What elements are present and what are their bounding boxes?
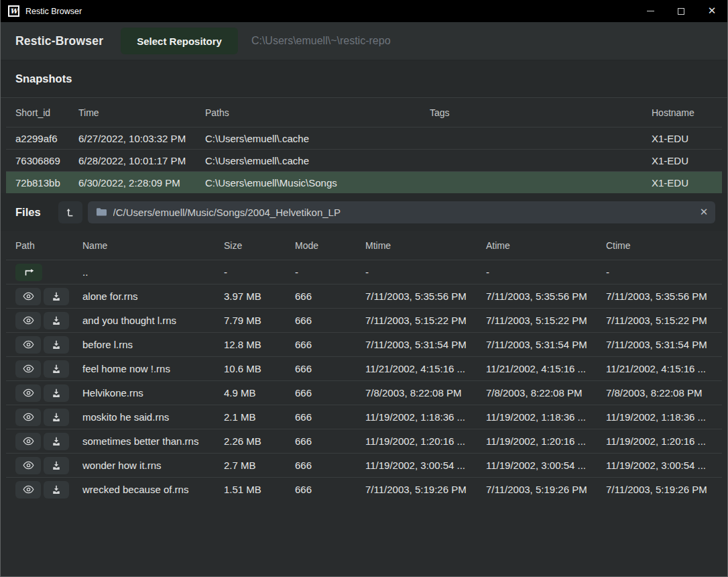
dump-snapshot-button[interactable] bbox=[58, 201, 82, 223]
files-path-value: /C/Users/emuell/Music/Songs/2004_Helveti… bbox=[113, 207, 692, 218]
snapshots-table-header: Short_id Time Paths Tags Hostname bbox=[6, 98, 722, 127]
file-mode: 666 bbox=[295, 291, 365, 302]
snapshot-paths: C:\Users\emuell\.cache bbox=[205, 133, 430, 144]
preview-file-button[interactable] bbox=[15, 409, 41, 426]
preview-file-button[interactable] bbox=[15, 312, 41, 329]
clear-path-button[interactable]: ✕ bbox=[692, 201, 715, 223]
file-ctime: 11/19/2002, 3:00:54 ... bbox=[606, 460, 717, 471]
minimize-button[interactable] bbox=[635, 0, 666, 22]
app-title: Restic-Browser bbox=[15, 34, 103, 48]
col-mode: Mode bbox=[295, 240, 365, 251]
snapshot-paths: C:\Users\emuell\Music\Songs bbox=[205, 177, 430, 189]
snapshots-table: Short_id Time Paths Tags Hostname a2299a… bbox=[6, 98, 722, 193]
preview-file-button[interactable] bbox=[15, 336, 41, 354]
file-name: before l.rns bbox=[82, 339, 224, 350]
file-name: .. bbox=[82, 266, 224, 278]
repository-path: C:\Users\emuell\~\restic-repo bbox=[251, 35, 391, 47]
maximize-icon bbox=[678, 8, 684, 15]
file-mtime: 7/11/2003, 5:31:54 PM bbox=[365, 339, 486, 350]
close-button[interactable]: ✕ bbox=[696, 0, 727, 22]
download-file-button[interactable] bbox=[44, 288, 69, 305]
eye-icon bbox=[23, 485, 34, 494]
go-up-bend-arrow-icon bbox=[23, 268, 36, 276]
snapshot-time: 6/30/2022, 2:28:09 PM bbox=[78, 177, 205, 189]
file-row-actions bbox=[15, 384, 82, 402]
download-file-button[interactable] bbox=[44, 336, 69, 354]
files-table-header: Path Name Size Mode Mtime Atime Ctime bbox=[6, 231, 722, 260]
files-section-header: Files /C/Users/emuell/Music/Songs/2004_H… bbox=[1, 193, 727, 231]
file-atime: 7/11/2003, 5:19:26 PM bbox=[486, 484, 606, 495]
file-size: 2.26 MB bbox=[224, 435, 295, 447]
download-icon bbox=[52, 437, 61, 446]
col-time: Time bbox=[78, 107, 205, 118]
download-file-button[interactable] bbox=[44, 457, 69, 474]
file-row-actions bbox=[15, 336, 82, 354]
files-rows: ..-----alone for.rns3.97 MB6667/11/2003,… bbox=[6, 260, 722, 501]
download-file-button[interactable] bbox=[44, 384, 69, 402]
snapshot-row[interactable]: 763068696/28/2022, 10:01:17 PMC:\Users\e… bbox=[6, 149, 722, 171]
download-file-button[interactable] bbox=[44, 360, 69, 378]
file-size: - bbox=[224, 266, 295, 278]
download-file-button[interactable] bbox=[44, 433, 69, 450]
file-row-actions bbox=[15, 433, 82, 450]
file-mtime: 7/8/2003, 8:22:08 PM bbox=[365, 387, 486, 399]
file-mode: - bbox=[295, 266, 365, 278]
snapshot-row[interactable]: 72b813bb6/30/2022, 2:28:09 PMC:\Users\em… bbox=[6, 171, 722, 193]
file-row: wonder how it.rns2.7 MB66611/19/2002, 3:… bbox=[6, 453, 722, 477]
file-size: 12.8 MB bbox=[224, 339, 295, 350]
file-row: sometimes better than.rns2.26 MB66611/19… bbox=[6, 429, 722, 453]
file-mtime: 7/11/2003, 5:15:22 PM bbox=[365, 315, 486, 326]
preview-file-button[interactable] bbox=[15, 481, 41, 499]
file-ctime: 7/11/2003, 5:15:22 PM bbox=[606, 315, 717, 326]
snapshot-row[interactable]: a2299af66/27/2022, 10:03:32 PMC:\Users\e… bbox=[6, 127, 722, 149]
file-ctime: 7/8/2003, 8:22:08 PM bbox=[606, 387, 717, 399]
preview-file-button[interactable] bbox=[15, 457, 41, 474]
file-mtime: 11/19/2002, 1:18:36 ... bbox=[365, 411, 486, 423]
file-row: feel home now !.rns10.6 MB66611/21/2002,… bbox=[6, 356, 722, 380]
file-atime: 7/11/2003, 5:35:56 PM bbox=[486, 291, 606, 302]
col-path: Path bbox=[15, 240, 82, 251]
file-mtime: 11/19/2002, 3:00:54 ... bbox=[365, 460, 486, 471]
file-name: alone for.rns bbox=[82, 291, 224, 302]
file-size: 3.97 MB bbox=[224, 291, 295, 302]
preview-file-button[interactable] bbox=[15, 360, 41, 378]
file-atime: 11/19/2002, 3:00:54 ... bbox=[486, 460, 606, 471]
snapshots-heading: Snapshots bbox=[15, 72, 72, 85]
col-name: Name bbox=[82, 240, 224, 251]
files-path-input[interactable]: /C/Users/emuell/Music/Songs/2004_Helveti… bbox=[88, 201, 715, 223]
file-row: before l.rns12.8 MB6667/11/2003, 5:31:54… bbox=[6, 332, 722, 356]
file-mode: 666 bbox=[295, 387, 365, 399]
minimize-icon bbox=[647, 11, 654, 12]
snapshot-short_id: a2299af6 bbox=[15, 133, 78, 144]
file-row-actions bbox=[15, 409, 82, 426]
file-row: wrecked because of.rns1.51 MB6667/11/200… bbox=[6, 477, 722, 501]
file-row-actions bbox=[15, 312, 82, 329]
download-file-button[interactable] bbox=[44, 409, 69, 426]
preview-file-button[interactable] bbox=[15, 384, 41, 402]
download-icon bbox=[52, 461, 61, 470]
select-repository-button[interactable]: Select Repository bbox=[121, 28, 238, 54]
snapshot-hostname: X1-EDU bbox=[652, 155, 717, 166]
go-up-directory-button[interactable] bbox=[15, 264, 42, 281]
eye-icon bbox=[23, 340, 34, 349]
snapshot-hostname: X1-EDU bbox=[652, 177, 717, 189]
preview-file-button[interactable] bbox=[15, 288, 41, 305]
download-file-button[interactable] bbox=[44, 312, 69, 329]
preview-file-button[interactable] bbox=[15, 433, 41, 450]
col-tags: Tags bbox=[430, 107, 652, 118]
file-name: feel home now !.rns bbox=[82, 363, 224, 374]
close-x-icon: ✕ bbox=[700, 206, 709, 218]
file-size: 1.51 MB bbox=[224, 484, 295, 495]
file-row-actions bbox=[15, 481, 82, 499]
download-icon bbox=[52, 292, 61, 301]
col-short-id: Short_id bbox=[15, 107, 78, 118]
download-file-button[interactable] bbox=[44, 481, 69, 499]
file-size: 2.1 MB bbox=[224, 411, 295, 423]
export-up-arrow-icon bbox=[65, 207, 75, 217]
snapshots-section-header: Snapshots bbox=[1, 60, 727, 98]
maximize-button[interactable] bbox=[666, 0, 696, 22]
file-size: 2.7 MB bbox=[224, 460, 295, 471]
file-row: and you thought l.rns7.79 MB6667/11/2003… bbox=[6, 308, 722, 332]
file-atime: 7/11/2003, 5:15:22 PM bbox=[486, 315, 606, 326]
app-window: W Restic Browser ✕ Restic-Browser Select… bbox=[0, 0, 728, 577]
